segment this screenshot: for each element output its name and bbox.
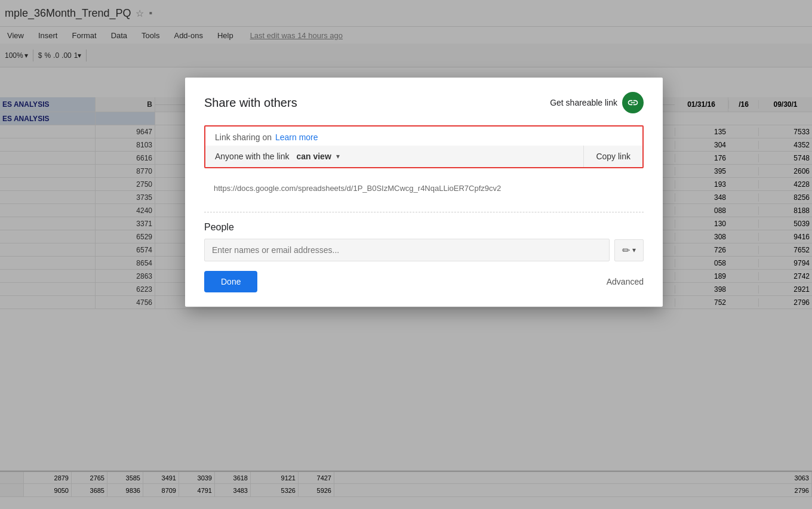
anyone-with-link-dropdown[interactable]: Anyone with the link can view ▾ — [205, 146, 584, 167]
people-input-row: ✏ ▾ — [204, 239, 644, 261]
dialog-title: Share with others — [204, 96, 297, 110]
get-shareable-link-label: Get shareable link — [550, 98, 617, 107]
dialog-footer: Done Advanced — [204, 271, 644, 292]
people-section: People ✏ ▾ — [204, 222, 644, 261]
pencil-icon: ✏ — [622, 245, 630, 256]
advanced-link[interactable]: Advanced — [607, 277, 644, 286]
link-sharing-status: Link sharing on — [215, 132, 272, 142]
get-link-area: Get shareable link — [550, 92, 644, 113]
edit-permission-button[interactable]: ✏ ▾ — [614, 239, 644, 261]
link-icon — [627, 97, 639, 109]
permission-dropdown-arrow-icon: ▾ — [632, 246, 636, 254]
dialog-header: Share with others Get shareable link — [204, 92, 644, 113]
share-dialog: Share with others Get shareable link Lin… — [185, 78, 663, 307]
dropdown-arrow-icon: ▾ — [336, 152, 340, 161]
link-sharing-controls: Anyone with the link can view ▾ Copy lin… — [205, 146, 642, 167]
url-display[interactable]: https://docs.google.com/spreadsheets/d/1… — [204, 178, 644, 202]
people-input[interactable] — [204, 239, 610, 261]
learn-more-link[interactable]: Learn more — [275, 132, 318, 142]
anyone-text: Anyone with the link — [215, 152, 290, 161]
copy-link-button[interactable]: Copy link — [584, 146, 642, 167]
section-divider — [204, 212, 644, 212]
link-sharing-box: Link sharing on Learn more Anyone with t… — [204, 125, 644, 168]
done-button[interactable]: Done — [204, 271, 257, 292]
link-sharing-header: Link sharing on Learn more — [205, 127, 642, 146]
get-shareable-link-button[interactable] — [622, 92, 644, 113]
shareable-url: https://docs.google.com/spreadsheets/d/1… — [214, 184, 501, 193]
permission-text: can view — [294, 152, 331, 161]
people-label: People — [204, 222, 644, 233]
